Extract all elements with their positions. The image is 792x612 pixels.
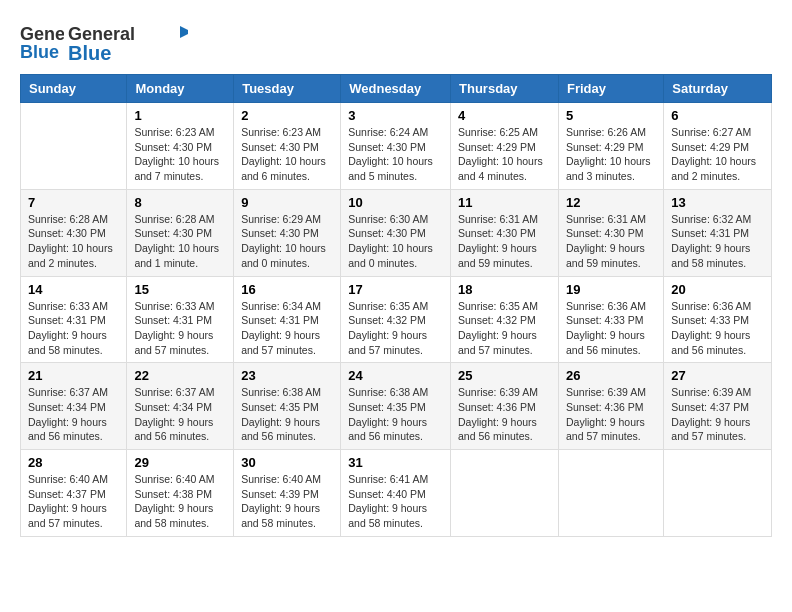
day-info: Sunrise: 6:34 AMSunset: 4:31 PMDaylight:… [241, 299, 333, 358]
day-number: 23 [241, 368, 333, 383]
logo-svg: General Blue [68, 20, 188, 64]
logo-icon: General Blue [20, 20, 64, 64]
day-info: Sunrise: 6:38 AMSunset: 4:35 PMDaylight:… [241, 385, 333, 444]
header-sunday: Sunday [21, 75, 127, 103]
header-tuesday: Tuesday [234, 75, 341, 103]
day-info: Sunrise: 6:35 AMSunset: 4:32 PMDaylight:… [458, 299, 551, 358]
day-cell: 14Sunrise: 6:33 AMSunset: 4:31 PMDayligh… [21, 276, 127, 363]
svg-text:General: General [20, 24, 64, 44]
day-number: 30 [241, 455, 333, 470]
day-cell: 27Sunrise: 6:39 AMSunset: 4:37 PMDayligh… [664, 363, 772, 450]
day-cell: 30Sunrise: 6:40 AMSunset: 4:39 PMDayligh… [234, 450, 341, 537]
day-info: Sunrise: 6:31 AMSunset: 4:30 PMDaylight:… [458, 212, 551, 271]
day-cell: 9Sunrise: 6:29 AMSunset: 4:30 PMDaylight… [234, 189, 341, 276]
day-cell: 2Sunrise: 6:23 AMSunset: 4:30 PMDaylight… [234, 103, 341, 190]
day-number: 19 [566, 282, 656, 297]
day-cell [21, 103, 127, 190]
day-number: 14 [28, 282, 119, 297]
day-cell: 20Sunrise: 6:36 AMSunset: 4:33 PMDayligh… [664, 276, 772, 363]
day-cell: 25Sunrise: 6:39 AMSunset: 4:36 PMDayligh… [451, 363, 559, 450]
day-number: 25 [458, 368, 551, 383]
day-number: 29 [134, 455, 226, 470]
svg-text:Blue: Blue [68, 42, 111, 64]
day-cell: 16Sunrise: 6:34 AMSunset: 4:31 PMDayligh… [234, 276, 341, 363]
header-monday: Monday [127, 75, 234, 103]
day-cell: 8Sunrise: 6:28 AMSunset: 4:30 PMDaylight… [127, 189, 234, 276]
day-number: 26 [566, 368, 656, 383]
day-info: Sunrise: 6:26 AMSunset: 4:29 PMDaylight:… [566, 125, 656, 184]
day-info: Sunrise: 6:39 AMSunset: 4:36 PMDaylight:… [566, 385, 656, 444]
day-number: 16 [241, 282, 333, 297]
day-cell: 23Sunrise: 6:38 AMSunset: 4:35 PMDayligh… [234, 363, 341, 450]
week-row-1: 1Sunrise: 6:23 AMSunset: 4:30 PMDaylight… [21, 103, 772, 190]
week-row-4: 21Sunrise: 6:37 AMSunset: 4:34 PMDayligh… [21, 363, 772, 450]
day-info: Sunrise: 6:33 AMSunset: 4:31 PMDaylight:… [134, 299, 226, 358]
day-number: 7 [28, 195, 119, 210]
day-info: Sunrise: 6:36 AMSunset: 4:33 PMDaylight:… [671, 299, 764, 358]
day-info: Sunrise: 6:28 AMSunset: 4:30 PMDaylight:… [28, 212, 119, 271]
day-number: 21 [28, 368, 119, 383]
day-number: 27 [671, 368, 764, 383]
day-info: Sunrise: 6:40 AMSunset: 4:39 PMDaylight:… [241, 472, 333, 531]
day-number: 18 [458, 282, 551, 297]
day-cell [664, 450, 772, 537]
day-info: Sunrise: 6:27 AMSunset: 4:29 PMDaylight:… [671, 125, 764, 184]
day-cell [451, 450, 559, 537]
day-cell: 7Sunrise: 6:28 AMSunset: 4:30 PMDaylight… [21, 189, 127, 276]
day-info: Sunrise: 6:41 AMSunset: 4:40 PMDaylight:… [348, 472, 443, 531]
day-cell: 17Sunrise: 6:35 AMSunset: 4:32 PMDayligh… [341, 276, 451, 363]
day-cell: 1Sunrise: 6:23 AMSunset: 4:30 PMDaylight… [127, 103, 234, 190]
day-info: Sunrise: 6:29 AMSunset: 4:30 PMDaylight:… [241, 212, 333, 271]
day-cell: 12Sunrise: 6:31 AMSunset: 4:30 PMDayligh… [558, 189, 663, 276]
day-cell: 31Sunrise: 6:41 AMSunset: 4:40 PMDayligh… [341, 450, 451, 537]
day-number: 5 [566, 108, 656, 123]
day-cell: 22Sunrise: 6:37 AMSunset: 4:34 PMDayligh… [127, 363, 234, 450]
day-number: 8 [134, 195, 226, 210]
day-number: 9 [241, 195, 333, 210]
header-saturday: Saturday [664, 75, 772, 103]
day-cell: 15Sunrise: 6:33 AMSunset: 4:31 PMDayligh… [127, 276, 234, 363]
day-number: 20 [671, 282, 764, 297]
header-row: SundayMondayTuesdayWednesdayThursdayFrid… [21, 75, 772, 103]
day-number: 2 [241, 108, 333, 123]
day-info: Sunrise: 6:24 AMSunset: 4:30 PMDaylight:… [348, 125, 443, 184]
day-cell: 10Sunrise: 6:30 AMSunset: 4:30 PMDayligh… [341, 189, 451, 276]
day-info: Sunrise: 6:40 AMSunset: 4:37 PMDaylight:… [28, 472, 119, 531]
header-friday: Friday [558, 75, 663, 103]
day-info: Sunrise: 6:25 AMSunset: 4:29 PMDaylight:… [458, 125, 551, 184]
day-cell: 5Sunrise: 6:26 AMSunset: 4:29 PMDaylight… [558, 103, 663, 190]
day-cell: 26Sunrise: 6:39 AMSunset: 4:36 PMDayligh… [558, 363, 663, 450]
week-row-3: 14Sunrise: 6:33 AMSunset: 4:31 PMDayligh… [21, 276, 772, 363]
header-thursday: Thursday [451, 75, 559, 103]
week-row-2: 7Sunrise: 6:28 AMSunset: 4:30 PMDaylight… [21, 189, 772, 276]
day-cell: 29Sunrise: 6:40 AMSunset: 4:38 PMDayligh… [127, 450, 234, 537]
day-cell: 18Sunrise: 6:35 AMSunset: 4:32 PMDayligh… [451, 276, 559, 363]
day-cell: 13Sunrise: 6:32 AMSunset: 4:31 PMDayligh… [664, 189, 772, 276]
day-info: Sunrise: 6:23 AMSunset: 4:30 PMDaylight:… [134, 125, 226, 184]
day-number: 28 [28, 455, 119, 470]
day-number: 1 [134, 108, 226, 123]
header-wednesday: Wednesday [341, 75, 451, 103]
day-info: Sunrise: 6:33 AMSunset: 4:31 PMDaylight:… [28, 299, 119, 358]
day-number: 4 [458, 108, 551, 123]
day-info: Sunrise: 6:37 AMSunset: 4:34 PMDaylight:… [28, 385, 119, 444]
day-info: Sunrise: 6:28 AMSunset: 4:30 PMDaylight:… [134, 212, 226, 271]
day-info: Sunrise: 6:30 AMSunset: 4:30 PMDaylight:… [348, 212, 443, 271]
page-header: General Blue General Blue [20, 20, 772, 64]
day-cell: 24Sunrise: 6:38 AMSunset: 4:35 PMDayligh… [341, 363, 451, 450]
day-number: 12 [566, 195, 656, 210]
day-number: 3 [348, 108, 443, 123]
logo: General Blue General Blue [20, 20, 188, 64]
day-cell: 3Sunrise: 6:24 AMSunset: 4:30 PMDaylight… [341, 103, 451, 190]
day-info: Sunrise: 6:39 AMSunset: 4:36 PMDaylight:… [458, 385, 551, 444]
day-info: Sunrise: 6:38 AMSunset: 4:35 PMDaylight:… [348, 385, 443, 444]
day-cell [558, 450, 663, 537]
day-number: 31 [348, 455, 443, 470]
svg-marker-5 [180, 26, 188, 38]
day-info: Sunrise: 6:23 AMSunset: 4:30 PMDaylight:… [241, 125, 333, 184]
day-number: 24 [348, 368, 443, 383]
day-info: Sunrise: 6:31 AMSunset: 4:30 PMDaylight:… [566, 212, 656, 271]
week-row-5: 28Sunrise: 6:40 AMSunset: 4:37 PMDayligh… [21, 450, 772, 537]
day-info: Sunrise: 6:40 AMSunset: 4:38 PMDaylight:… [134, 472, 226, 531]
day-info: Sunrise: 6:37 AMSunset: 4:34 PMDaylight:… [134, 385, 226, 444]
